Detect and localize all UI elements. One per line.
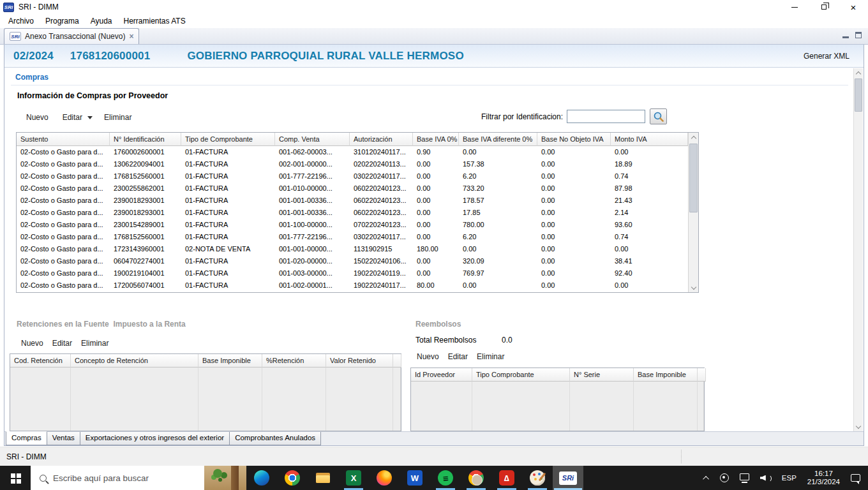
- taskbar-search[interactable]: Escribe aquí para buscar: [31, 466, 246, 490]
- table-row[interactable]: 02-Costo o Gasto para d... 2390018293001…: [17, 195, 688, 207]
- scroll-down-icon[interactable]: [689, 283, 698, 292]
- menu-ayuda[interactable]: Ayuda: [85, 15, 118, 27]
- app-icon: SRi: [3, 3, 14, 12]
- view-maximize-icon[interactable]: [855, 32, 862, 38]
- search-highlight-image[interactable]: [204, 466, 246, 490]
- network-icon[interactable]: [740, 473, 749, 480]
- file-explorer-icon[interactable]: [308, 466, 338, 490]
- col-base-iva-dif[interactable]: Base IVA diferente 0%: [459, 133, 537, 146]
- tab-comprobantes-anulados[interactable]: Comprobantes Anulados: [229, 432, 321, 445]
- acrobat-icon[interactable]: ∆: [491, 466, 522, 490]
- minimize-button[interactable]: [780, 0, 809, 14]
- close-button[interactable]: ×: [839, 0, 868, 14]
- col-sustento[interactable]: Sustento: [17, 133, 110, 146]
- menu-herramientas-ats[interactable]: Herramientas ATS: [118, 15, 191, 27]
- table-row[interactable]: 02-Costo o Gasto para d... 2300154289001…: [17, 219, 688, 231]
- col-autorizacion[interactable]: Autorización: [350, 133, 413, 146]
- sri-dimm-icon[interactable]: SRi: [553, 466, 583, 490]
- menu-programa[interactable]: Programa: [40, 15, 85, 27]
- start-button[interactable]: [0, 466, 31, 490]
- scroll-thumb[interactable]: [689, 144, 698, 212]
- form-scroll-thumb[interactable]: [855, 78, 862, 112]
- status-divider: [681, 450, 682, 463]
- table-row[interactable]: 02-Costo o Gasto para d... 1760002600001…: [17, 146, 688, 158]
- window-titlebar: SRi SRI - DIMM ×: [0, 0, 868, 14]
- nuevo-button[interactable]: Nuevo: [26, 113, 49, 122]
- reembolsos-editar-button[interactable]: Editar: [448, 352, 468, 361]
- editar-button[interactable]: Editar: [63, 113, 82, 122]
- col-comp-venta[interactable]: Comp. Venta: [275, 133, 350, 146]
- compras-table: Sustento N° Identificación Tipo de Compr…: [16, 132, 699, 293]
- chrome-alt-icon[interactable]: [461, 466, 491, 490]
- reembolsos-table-header: Id Proveedor Tipo Comprobante N° Serie B…: [411, 368, 704, 382]
- retenciones-eliminar-button[interactable]: Eliminar: [81, 339, 108, 348]
- reembolsos-eliminar-button[interactable]: Eliminar: [477, 352, 504, 361]
- paint-icon[interactable]: [522, 466, 553, 490]
- firefox-icon[interactable]: [369, 466, 400, 490]
- editar-dropdown-icon[interactable]: [87, 116, 93, 122]
- col-concepto-retencion[interactable]: Concepto de Retención: [71, 354, 198, 368]
- col-cod-retencion[interactable]: Cod. Retención: [10, 354, 71, 368]
- table-row[interactable]: 02-Costo o Gasto para d... 1306220094001…: [17, 158, 688, 170]
- col-tipo-comprobante-reem[interactable]: Tipo Comprobante: [472, 368, 570, 382]
- word-icon[interactable]: W: [400, 466, 430, 490]
- reembolsos-title: Reembolsos: [415, 320, 461, 329]
- scroll-up-icon[interactable]: [689, 133, 698, 142]
- tab-close-icon[interactable]: ×: [129, 33, 133, 40]
- table-row[interactable]: 02-Costo o Gasto para d... 1720056074001…: [17, 279, 688, 292]
- table-row[interactable]: 02-Costo o Gasto para d... 1768152560001…: [17, 231, 688, 243]
- eliminar-button[interactable]: Eliminar: [104, 113, 131, 122]
- ruc-number: 1768120600001: [70, 50, 151, 63]
- col-serie[interactable]: N° Serie: [570, 368, 634, 382]
- col-valor-retenido[interactable]: Valor Retenido: [326, 354, 393, 368]
- table-row[interactable]: 02-Costo o Gasto para d... 1900219104001…: [17, 267, 688, 279]
- clock[interactable]: 16:17 21/3/2024: [807, 470, 840, 486]
- period: 02/2024: [13, 50, 54, 63]
- compras-table-scrollbar[interactable]: [688, 133, 698, 292]
- table-row[interactable]: 02-Costo o Gasto para d... 1723143960001…: [17, 243, 688, 255]
- system-tray: ESP 16:17 21/3/2024: [705, 466, 868, 490]
- excel-icon[interactable]: X: [338, 466, 369, 490]
- col-base-imponible[interactable]: Base Imponible: [198, 354, 262, 368]
- filter-input[interactable]: [567, 110, 645, 123]
- action-center-icon[interactable]: [851, 474, 860, 482]
- filter-search-button[interactable]: [650, 108, 667, 124]
- spotify-icon[interactable]: ≡: [430, 466, 461, 490]
- col-base-no-objeto[interactable]: Base No Objeto IVA: [537, 133, 611, 146]
- table-row[interactable]: 02-Costo o Gasto para d... 1768152560001…: [17, 170, 688, 182]
- form-scrollbar[interactable]: [853, 68, 863, 431]
- tab-exportaciones[interactable]: Exportaciones y otros ingresos del exter…: [80, 432, 230, 445]
- restore-button[interactable]: [809, 0, 839, 14]
- chrome-icon[interactable]: [277, 466, 308, 490]
- col-monto-iva[interactable]: Monto IVA: [611, 133, 688, 146]
- volume-icon[interactable]: [760, 474, 771, 482]
- col-identificacion[interactable]: N° Identificación: [110, 133, 181, 146]
- total-reembolsos-label: Total Reembolsos: [415, 336, 476, 345]
- edge-icon[interactable]: [246, 466, 277, 490]
- col-tipo-comprobante[interactable]: Tipo de Comprobante: [181, 133, 275, 146]
- section-title-compras: Compras: [15, 73, 49, 82]
- generar-xml-button[interactable]: Generar XML: [804, 52, 849, 61]
- meet-now-icon[interactable]: [720, 473, 729, 482]
- tab-ventas[interactable]: Ventas: [47, 432, 80, 445]
- form-scroll-up-icon[interactable]: [854, 68, 863, 78]
- table-row[interactable]: 02-Costo o Gasto para d... 0604702274001…: [17, 255, 688, 267]
- view-minimize-icon[interactable]: [842, 33, 849, 38]
- reembolsos-nuevo-button[interactable]: Nuevo: [417, 352, 439, 361]
- tab-anexo-transaccional[interactable]: SRi Anexo Transaccional (Nuevo) ×: [4, 28, 139, 44]
- col-base-iva-0[interactable]: Base IVA 0%: [413, 133, 459, 146]
- col-pct-retencion[interactable]: %Retención: [262, 354, 326, 368]
- menu-archivo[interactable]: Archivo: [3, 15, 40, 27]
- retenciones-nuevo-button[interactable]: Nuevo: [21, 339, 43, 348]
- table-row[interactable]: 02-Costo o Gasto para d... 2300255862001…: [17, 182, 688, 195]
- reembolsos-table: Id Proveedor Tipo Comprobante N° Serie B…: [410, 368, 705, 431]
- language-indicator[interactable]: ESP: [782, 474, 797, 482]
- table-row[interactable]: 02-Costo o Gasto para d... 2390018293001…: [17, 207, 688, 219]
- retenciones-editar-button[interactable]: Editar: [52, 339, 72, 348]
- col-id-proveedor[interactable]: Id Proveedor: [411, 368, 472, 382]
- tab-compras[interactable]: Compras: [6, 431, 47, 445]
- col-base-imponible-reem[interactable]: Base Imponible: [634, 368, 698, 382]
- reembolsos-toolbar: Nuevo Editar Eliminar: [417, 352, 513, 361]
- tray-chevron-up-icon[interactable]: [703, 475, 709, 482]
- form-scroll-down-icon[interactable]: [854, 422, 863, 431]
